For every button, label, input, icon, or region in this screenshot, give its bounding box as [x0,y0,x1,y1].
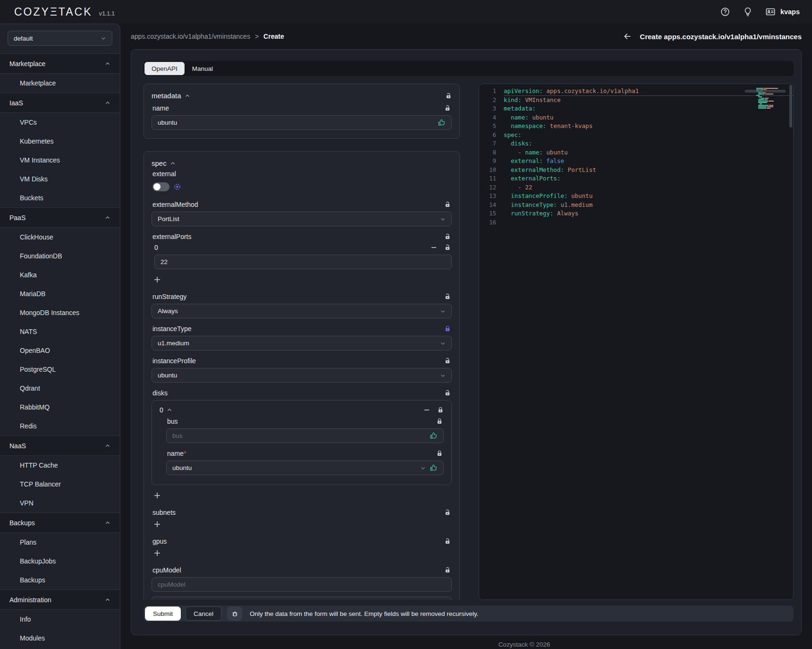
code-line[interactable]: 9 external: false [479,157,793,166]
sidebar-item-vpn[interactable]: VPN [0,494,120,512]
sidebar-section-administration[interactable]: Administration [0,589,120,610]
tab-manual[interactable]: Manual [186,62,220,75]
editor-scrollbar[interactable] [789,85,792,128]
debug-button[interactable] [227,606,242,621]
lock-open-icon[interactable] [445,93,452,99]
sidebar-item-vm-disks[interactable]: VM Disks [0,170,120,188]
cancel-button[interactable]: Cancel [186,606,221,621]
code-line[interactable]: 15 runStrategy: Always [479,209,793,218]
lock-open-icon[interactable] [444,244,451,251]
sidebar-item-redis[interactable]: Redis [0,417,120,436]
submit-button[interactable]: Submit [145,606,181,621]
radio-indicator-icon[interactable] [174,183,181,190]
sidebar-item-openbao[interactable]: OpenBAO [0,341,120,360]
cpuModel-input[interactable] [158,581,446,588]
metadata-collapse[interactable]: metadata [152,92,190,100]
externalPorts-item-input[interactable] [161,258,446,265]
sidebar-item-vm-instances[interactable]: VM Instances [0,151,120,170]
breadcrumb-path[interactable]: apps.cozystack.io/v1alpha1/vminstances [131,33,250,40]
code-line[interactable]: 7 disks: [479,139,793,148]
lock-open-icon[interactable] [444,390,451,396]
thumbs-up-icon[interactable] [430,432,438,440]
sidebar-item-buckets[interactable]: Buckets [0,188,120,207]
disks-bus-input[interactable] [172,432,426,439]
code-line[interactable]: 5 namespace: tenant-kvaps [479,122,793,131]
external-toggle[interactable] [152,182,169,191]
code-line[interactable]: 14 instanceType: u1.medium [479,201,793,210]
yaml-editor[interactable]: 1apiVersion: apps.cozystack.io/v1alpha12… [479,84,794,600]
sidebar-item-kafka[interactable]: Kafka [0,265,120,284]
lock-open-icon[interactable] [444,201,451,208]
minimap-slider[interactable] [745,90,786,93]
sidebar-item-plans[interactable]: Plans [0,533,120,552]
namespace-select[interactable]: default [8,31,112,46]
back-arrow-icon[interactable] [623,32,632,41]
code-line[interactable]: 12 - 22 [479,183,793,192]
sidebar-item-postgresql[interactable]: PostgreSQL [0,360,120,379]
metadata-name-input[interactable] [158,119,434,126]
lock-open-icon[interactable] [444,233,451,240]
sidebar-item-http-cache[interactable]: HTTP Cache [0,456,120,475]
tab-openapi[interactable]: OpenAPI [144,62,185,75]
lock-open-icon[interactable] [444,509,451,516]
code-line[interactable]: 11 externalPorts: [479,174,793,183]
disks-item-collapse[interactable]: 0 [160,406,172,414]
lock-closed-icon[interactable] [437,407,444,413]
sidebar-item-rabbitmq[interactable]: RabbitMQ [0,398,120,417]
sidebar-item-info[interactable]: Info [0,610,120,629]
sidebar-section-naas[interactable]: NaaS [0,436,120,456]
help-icon[interactable] [720,7,730,17]
lock-open-icon[interactable] [444,538,451,545]
sidebar-item-qdrant[interactable]: Qdrant [0,379,120,398]
lock-open-icon[interactable] [444,567,451,573]
sidebar-item-backups[interactable]: Backups [0,571,120,589]
sidebar-item-kubernetes[interactable]: Kubernetes [0,132,120,151]
next-field-input-partial[interactable] [152,597,452,600]
sidebar-item-nats[interactable]: NATS [0,322,120,341]
sidebar-item-clickhouse[interactable]: ClickHouse [0,228,120,247]
lock-closed-icon[interactable] [444,325,451,332]
code-line[interactable]: 4 name: ubuntu [479,113,793,122]
code-line[interactable]: 10 externalMethod: PortList [479,166,793,175]
code-line[interactable]: 3metadata: [479,104,793,113]
lightbulb-icon[interactable] [743,7,753,17]
sidebar-item-vpcs[interactable]: VPCs [0,113,120,132]
sidebar-section-iaas[interactable]: IaaS [0,93,120,113]
lock-closed-icon[interactable] [436,450,443,457]
spec-collapse[interactable]: spec [152,159,176,167]
sidebar-section-backups[interactable]: Backups [0,512,120,533]
lock-open-icon[interactable] [444,293,451,300]
code-line[interactable]: 13 instanceProfile: ubuntu [479,192,793,201]
sidebar-section-paas[interactable]: PaaS [0,207,120,228]
runStrategy-select[interactable]: Always [152,304,452,318]
sidebar-item-modules[interactable]: Modules [0,629,120,648]
thumbs-up-icon[interactable] [438,119,446,127]
instanceProfile-select[interactable]: ubuntu [152,368,452,383]
sidebar-item-mongodb-instances[interactable]: MongoDB Instances [0,303,120,322]
lock-closed-icon[interactable] [436,418,443,425]
plus-icon[interactable] [152,520,162,529]
sidebar-item-marketplace[interactable]: Marketplace [0,74,120,93]
instanceType-select[interactable]: u1.medium [152,336,452,350]
sidebar-section-marketplace[interactable]: Marketplace [0,53,120,74]
lock-open-icon[interactable] [444,358,451,364]
sidebar-item-tcp-balancer[interactable]: TCP Balancer [0,475,120,494]
plus-icon[interactable] [152,491,162,500]
minus-icon[interactable] [430,244,438,251]
sidebar-item-mariadb[interactable]: MariaDB [0,284,120,303]
sidebar-item-foundationdb[interactable]: FoundationDB [0,247,120,265]
plus-icon[interactable] [152,548,162,558]
plus-icon[interactable] [152,275,162,284]
lock-open-icon[interactable] [444,105,451,111]
code-line[interactable]: 8 - name: ubuntu [479,148,793,157]
user-menu[interactable]: kvaps [765,7,800,17]
minus-icon[interactable] [423,406,431,414]
code-line[interactable]: 6spec: [479,131,793,140]
externalMethod-select[interactable]: PortList [152,212,452,226]
code-line[interactable]: 16 [479,218,793,227]
disks-name-select[interactable]: ubuntu [166,461,444,475]
sidebar-item-backupjobs[interactable]: BackupJobs [0,552,120,571]
thumbs-up-icon[interactable] [430,464,438,472]
code-line[interactable]: 2kind: VMInstance [479,96,793,105]
editor-minimap[interactable] [756,88,787,111]
